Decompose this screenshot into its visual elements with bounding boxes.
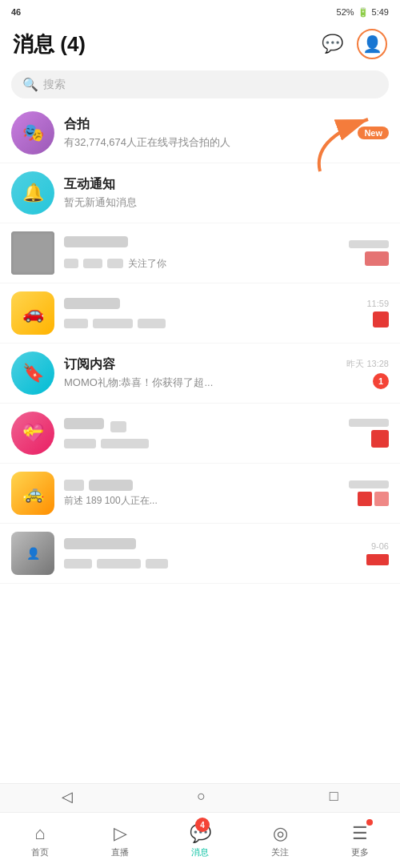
red-square-2 xyxy=(374,492,389,506)
home-icon: ⌂ xyxy=(34,823,45,844)
blurred-desc xyxy=(64,559,360,569)
item-meta xyxy=(349,240,389,266)
red-square-badge xyxy=(373,311,389,328)
blurred-time xyxy=(349,480,389,488)
desc-text: 前述 189 100人正在... xyxy=(64,494,158,508)
item-time: 昨天 13:28 xyxy=(346,358,389,370)
item-time: 11:59 xyxy=(366,299,389,308)
item-time: 9-06 xyxy=(371,541,389,551)
signal-text: 46 xyxy=(11,7,21,17)
blurred-text-1 xyxy=(64,439,96,448)
bottom-nav: ⌂ 首页 ▷ 直播 4 💬 消息 ◎ 关注 ☰ 更多 xyxy=(0,812,400,868)
item-content xyxy=(64,418,342,448)
avatar: 👤 xyxy=(11,532,54,575)
car-icon: 🚗 xyxy=(22,303,44,323)
list-item[interactable]: 👤 9-06 xyxy=(0,524,400,584)
item-meta: 9-06 xyxy=(366,541,389,565)
blurred-name xyxy=(64,538,136,549)
avatar xyxy=(11,231,54,275)
back-button[interactable]: ◁ xyxy=(62,788,73,806)
nav-item-follow[interactable]: ◎ 关注 xyxy=(240,813,320,868)
blurred-text-2 xyxy=(93,319,133,328)
blurred-name xyxy=(64,418,104,429)
bell-icon: 🔔 xyxy=(22,183,44,203)
avatar: 🚗 xyxy=(11,291,54,335)
item-meta: 昨天 13:28 1 xyxy=(346,358,389,389)
nav-item-home[interactable]: ⌂ 首页 xyxy=(0,813,80,868)
item-content: 订阅内容 MOMO礼物:恭喜！你获得了超... xyxy=(64,356,340,390)
item-meta xyxy=(349,419,389,448)
status-right: 52% 🔋 5:49 xyxy=(337,7,389,18)
red-badge xyxy=(365,251,389,266)
heart-gift-icon: 💝 xyxy=(22,423,44,444)
nav-item-live[interactable]: ▷ 直播 xyxy=(80,813,160,868)
item-name: 互动通知 xyxy=(64,176,382,193)
count-badge: 1 xyxy=(373,373,389,389)
blurred-name-1 xyxy=(64,480,84,491)
blurred-name-2 xyxy=(89,480,133,491)
home-button[interactable]: ○ xyxy=(197,788,206,805)
follow-label: 关注 xyxy=(271,846,289,858)
item-name: 合拍 xyxy=(64,116,351,133)
avatar: 🎭 xyxy=(11,111,54,155)
item-name: 订阅内容 xyxy=(64,356,340,373)
item-meta: 11:59 xyxy=(366,299,389,328)
time-text: 5:49 xyxy=(372,7,389,17)
item-content xyxy=(64,298,360,328)
page-title: 消息 (4) xyxy=(13,30,86,58)
message-badge: 4 xyxy=(195,818,210,832)
blurred-desc xyxy=(64,319,360,328)
nav-item-more[interactable]: ☰ 更多 xyxy=(320,813,400,868)
blurred-text-3 xyxy=(138,319,166,328)
red-rect-badge xyxy=(366,554,389,565)
blurred-text-3 xyxy=(146,559,168,569)
item-desc: 暂无新通知消息 xyxy=(64,195,382,210)
red-square-badge xyxy=(371,430,389,448)
live-icon: ▷ xyxy=(114,823,127,844)
contacts-button[interactable]: 👤 xyxy=(357,29,387,59)
list-item[interactable]: 🚕 前述 189 100人正在... xyxy=(0,464,400,524)
blurred-text-1 xyxy=(64,259,78,268)
item-content xyxy=(64,538,360,569)
list-item[interactable]: 🔔 互动通知 暂无新通知消息 xyxy=(0,163,400,223)
item-meta: New xyxy=(358,127,389,139)
list-item[interactable]: 🔖 订阅内容 MOMO礼物:恭喜！你获得了超... 昨天 13:28 1 xyxy=(0,344,400,404)
hepai-icon: 🎭 xyxy=(22,123,44,143)
list-item[interactable]: 关注了你 xyxy=(0,223,400,283)
search-placeholder: 搜索 xyxy=(43,78,66,92)
list-item[interactable]: 🎭 合拍 有32,774,674人正在线寻找合拍的人 New xyxy=(0,103,400,163)
item-content: 关注了你 xyxy=(64,236,342,271)
more-icon: ☰ xyxy=(352,823,368,844)
blurred-name xyxy=(64,298,120,309)
list-item[interactable]: 💝 xyxy=(0,404,400,464)
blurred-text-2 xyxy=(97,559,141,569)
avatar: 💝 xyxy=(11,412,54,455)
home-label: 首页 xyxy=(31,846,49,858)
blurred-text-2 xyxy=(101,439,149,448)
item-content: 前述 189 100人正在... xyxy=(64,480,342,508)
search-bar[interactable]: 🔍 搜索 xyxy=(11,70,389,98)
battery-icon: 🔋 xyxy=(358,7,369,18)
live-label: 直播 xyxy=(111,846,129,858)
battery-text: 52% xyxy=(337,7,354,17)
bubble-icon: 💬 xyxy=(322,34,343,54)
blurred-time xyxy=(349,240,389,248)
message-label: 消息 xyxy=(191,846,209,858)
message-list: 🎭 合拍 有32,774,674人正在线寻找合拍的人 New 🔔 互动通知 暂无… xyxy=(0,103,400,672)
taxi-icon: 🚕 xyxy=(22,483,44,504)
blurred-time xyxy=(349,419,389,427)
header-icons: 💬 👤 xyxy=(317,29,387,59)
item-desc: MOMO礼物:恭喜！你获得了超... xyxy=(64,376,340,390)
list-item[interactable]: 🚗 11:59 xyxy=(0,283,400,344)
item-content: 合拍 有32,774,674人正在线寻找合拍的人 xyxy=(64,116,351,150)
recent-button[interactable]: □ xyxy=(330,788,338,805)
nav-item-message[interactable]: 4 💬 消息 xyxy=(160,813,240,868)
search-bubble-button[interactable]: 💬 xyxy=(317,29,347,59)
bookmark-icon: 🔖 xyxy=(22,363,44,384)
item-content: 互动通知 暂无新通知消息 xyxy=(64,176,382,210)
blurred-text-1 xyxy=(64,319,88,328)
blurred-text-3 xyxy=(107,259,123,268)
search-icon: 🔍 xyxy=(22,77,38,92)
blurred-name xyxy=(64,236,128,247)
blurred-desc: 关注了你 xyxy=(64,257,342,271)
